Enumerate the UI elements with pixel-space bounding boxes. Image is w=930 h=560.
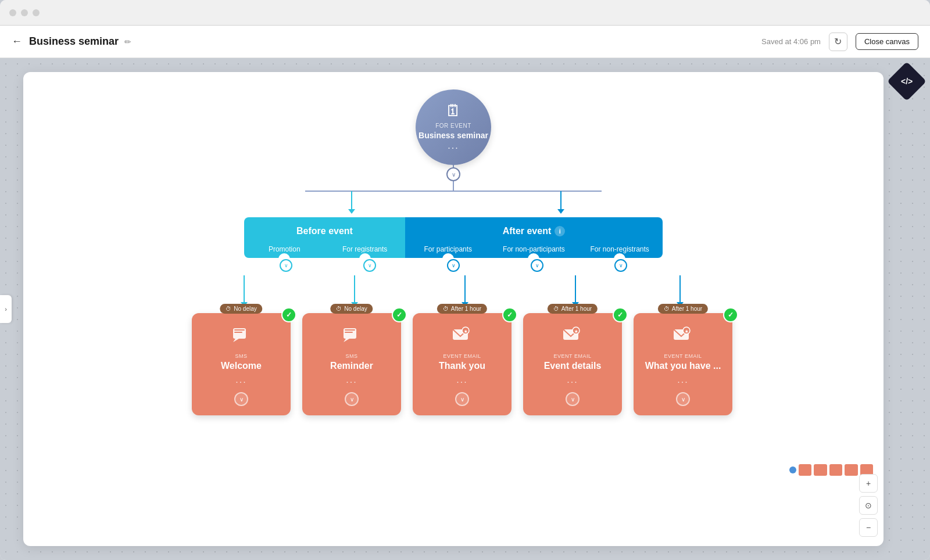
minimap-block-1 <box>799 464 811 476</box>
svg-rect-21 <box>345 329 355 331</box>
svg-text:★: ★ <box>685 329 689 333</box>
info-icon[interactable]: i <box>555 226 565 236</box>
card-chevron-2[interactable]: ∨ <box>345 392 359 406</box>
zoom-in-button[interactable]: + <box>859 474 878 493</box>
svg-marker-19 <box>233 339 239 342</box>
app-window: ← Business seminar ✏ Saved at 4:06 pm ↻ … <box>0 0 930 560</box>
traffic-light-maximize[interactable] <box>33 9 40 16</box>
zoom-out-button[interactable]: − <box>859 518 878 537</box>
tab-chevron-registrants[interactable]: ∨ <box>363 259 376 272</box>
code-button[interactable]: </> <box>887 62 927 101</box>
card-chevron-3[interactable]: ∨ <box>455 392 469 406</box>
svg-text:★: ★ <box>574 329 578 333</box>
svg-rect-18 <box>234 332 242 333</box>
canvas-board: 🗓 FOR EVENT Business seminar ··· ∨ <box>23 72 884 546</box>
flow-card-1[interactable]: ✓ SMS Welcome ··· <box>192 313 291 415</box>
card-dots-3: ··· <box>456 377 467 387</box>
email-icon-4: ★ <box>562 325 583 349</box>
refresh-button[interactable]: ↻ <box>829 33 847 51</box>
close-canvas-button[interactable]: Close canvas <box>856 33 918 50</box>
tab-participants[interactable]: For participants <box>405 243 491 258</box>
before-event-label: Before event <box>296 226 353 236</box>
canvas-area[interactable]: › </> 🗓 FOR EVENT Business seminar ··· ∨ <box>0 58 930 560</box>
side-panel-toggle[interactable]: › <box>0 295 12 323</box>
root-node-chevron[interactable]: ∨ <box>446 167 460 181</box>
traffic-light-close[interactable] <box>9 9 16 16</box>
card-title-3: Thank you <box>439 360 485 371</box>
card-wrapper-2: ⏱ No delay ✓ <box>302 313 401 415</box>
card-title-4: Event details <box>544 360 602 371</box>
card-wrapper-1: ⏱ No delay ✓ <box>192 313 291 415</box>
card-dots-4: ··· <box>567 377 578 387</box>
svg-marker-23 <box>344 339 349 342</box>
page-title-area: Business seminar ✏ <box>29 35 131 48</box>
svg-rect-22 <box>345 332 353 333</box>
flow-card-5[interactable]: ✓ ★ EVENT EMAIL What you have ... <box>634 313 732 415</box>
delay-badge-2: ⏱ No delay <box>330 304 373 314</box>
zoom-reset-button[interactable]: ⊙ <box>859 496 878 515</box>
root-node-label: FOR EVENT <box>435 123 471 129</box>
delay-label-5: After 1 hour <box>672 306 702 312</box>
tab-non-registrants[interactable]: For non-registrants <box>577 243 663 258</box>
clock-icon-4: ⏱ <box>553 306 559 312</box>
after-event-label: After event <box>503 226 552 236</box>
tab-promotion-label: Promotion <box>269 245 301 253</box>
card-chevron-4[interactable]: ∨ <box>566 392 580 406</box>
tab-promotion[interactable]: Promotion <box>244 243 324 258</box>
svg-marker-3 <box>348 209 355 214</box>
tab-chevron-non-participants[interactable]: ∨ <box>531 259 543 272</box>
card-wrapper-4: ⏱ After 1 hour ✓ ★ <box>523 313 622 415</box>
before-event-header[interactable]: Before event <box>244 217 405 243</box>
tab-chevron-promotion[interactable]: ∨ <box>280 259 292 272</box>
card-type-3: EVENT EMAIL <box>443 353 481 359</box>
event-bar: Before event Promotion For registrants <box>244 217 663 258</box>
card-type-1: SMS <box>235 353 247 359</box>
card-dots-2: ··· <box>346 377 357 387</box>
delay-badge-1: ⏱ No delay <box>220 304 262 314</box>
svg-marker-5 <box>557 209 564 214</box>
clock-icon-1: ⏱ <box>226 306 231 312</box>
tab-chevron-non-registrants[interactable]: ∨ <box>614 259 627 272</box>
root-node[interactable]: 🗓 FOR EVENT Business seminar ··· ∨ <box>416 89 491 165</box>
card-title-1: Welcome <box>221 360 262 371</box>
calendar-star-icon: 🗓 <box>445 101 462 120</box>
minimap-block-4 <box>845 464 857 476</box>
tab-registrants-label: For registrants <box>342 245 387 253</box>
card-wrapper-3: ⏱ After 1 hour ✓ ★ <box>413 313 512 415</box>
tab-non-registrants-label: For non-registrants <box>590 245 649 253</box>
tab-non-participants-label: For non-participants <box>503 245 565 253</box>
back-button[interactable]: ← <box>12 35 22 48</box>
header-right: Saved at 4:06 pm ↻ Close canvas <box>761 33 918 51</box>
flow-card-2[interactable]: ✓ SMS Reminder ··· <box>302 313 401 415</box>
card-dots-5: ··· <box>677 377 688 387</box>
chevron-right-icon: › <box>5 306 7 313</box>
root-node-title: Business seminar <box>419 130 488 141</box>
after-event-header[interactable]: After event i <box>405 217 663 243</box>
delay-label-2: No delay <box>344 306 367 312</box>
saved-status: Saved at 4:06 pm <box>761 37 821 46</box>
traffic-light-minimize[interactable] <box>21 9 28 16</box>
card-title-2: Reminder <box>330 360 373 371</box>
minimap-block-3 <box>829 464 842 476</box>
card-wrapper-5: ⏱ After 1 hour ✓ ★ <box>634 313 732 415</box>
email-icon-5: ★ <box>673 325 693 349</box>
delay-badge-3: ⏱ After 1 hour <box>437 304 487 314</box>
cards-row: ⏱ No delay ✓ <box>192 313 715 415</box>
card-chevron-1[interactable]: ∨ <box>234 392 248 406</box>
clock-icon-3: ⏱ <box>443 306 449 312</box>
card-dots-1: ··· <box>235 377 246 387</box>
svg-rect-17 <box>234 329 245 331</box>
titlebar <box>0 0 930 26</box>
header-bar: ← Business seminar ✏ Saved at 4:06 pm ↻ … <box>0 26 930 58</box>
card-type-4: EVENT EMAIL <box>554 353 592 359</box>
tab-chevron-participants[interactable]: ∨ <box>447 259 460 272</box>
card-type-2: SMS <box>345 353 357 359</box>
clock-icon-5: ⏱ <box>664 306 670 312</box>
tab-non-participants[interactable]: For non-participants <box>491 243 577 258</box>
flow-card-3[interactable]: ✓ ★ EVENT EMAIL Thank you <box>413 313 512 415</box>
tab-registrants[interactable]: For registrants <box>324 243 405 258</box>
card-chevron-5[interactable]: ∨ <box>676 392 690 406</box>
edit-icon[interactable]: ✏ <box>124 37 131 46</box>
svg-text:★: ★ <box>464 329 468 333</box>
flow-card-4[interactable]: ✓ ★ EVENT EMAIL Event details <box>523 313 622 415</box>
